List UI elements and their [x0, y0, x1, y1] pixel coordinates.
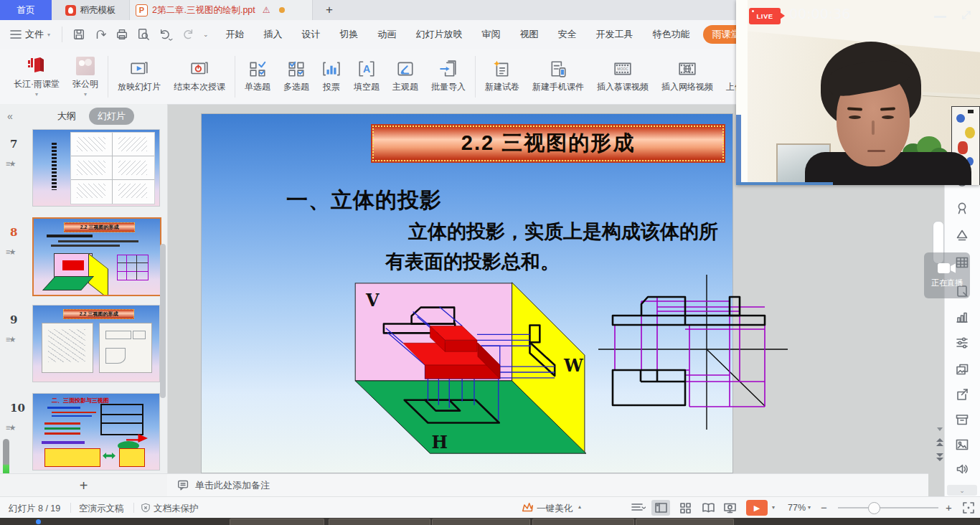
menu-animation[interactable]: 动画 — [378, 28, 397, 41]
user-button[interactable]: 张公明 ▾ — [66, 57, 105, 96]
slideshow-play-button[interactable]: ▶ — [746, 500, 768, 516]
protection-status[interactable]: 文档未保护 — [154, 503, 199, 515]
fill-blank-button[interactable]: A 填空题 — [347, 60, 386, 93]
tab-docer-templates[interactable]: 稻壳模板 — [52, 0, 129, 20]
slide-title-box[interactable]: 2.2 三视图的形成 — [372, 126, 724, 161]
slide-thumbnail-8[interactable]: 2.2 三视图的形成 — [32, 217, 161, 296]
thumb9-title: 2.2 三视图的形成 — [63, 309, 134, 319]
slide-body-line1[interactable]: 立体的投影，实质上是构成该体的所 — [408, 219, 718, 245]
fit-screen-icon[interactable] — [963, 502, 974, 514]
menu-devtools[interactable]: 开发工具 — [596, 28, 633, 41]
single-choice-button[interactable]: 单选题 — [238, 60, 277, 93]
beautify-icon[interactable] — [521, 501, 534, 514]
menu-view[interactable]: 视图 — [520, 28, 539, 41]
brand-caret-icon: ▾ — [35, 93, 38, 96]
scroll-down-arrow[interactable] — [936, 426, 944, 432]
settings-sliders-icon[interactable] — [955, 336, 969, 350]
play-icon: ▶ — [754, 503, 760, 513]
slides-tab[interactable]: 幻灯片 — [89, 108, 134, 125]
batch-import-button[interactable]: 批量导入 — [425, 60, 472, 93]
slide-thumbnail-10[interactable]: 二、三面投影与三视图 — [32, 393, 160, 470]
panel-collapse-chevron[interactable]: ⌄ — [947, 485, 977, 496]
chart-icon[interactable] — [955, 310, 969, 324]
slide-thumbnail-9[interactable]: 2.2 三视图的形成 — [32, 305, 160, 382]
menu-special-features[interactable]: 特色功能 — [653, 28, 690, 41]
zoom-slider-track[interactable] — [838, 507, 938, 509]
new-exam-button[interactable]: 新建试卷 — [479, 60, 526, 93]
menu-slideshow[interactable]: 幻灯片放映 — [416, 28, 463, 41]
file-menu-button[interactable]: 文件 ▾ — [0, 28, 57, 41]
speaker-icon[interactable] — [955, 462, 969, 476]
view-reading-button[interactable] — [699, 500, 717, 516]
menu-review[interactable]: 审阅 — [482, 28, 501, 41]
play-caret-icon[interactable]: ▾ — [772, 504, 775, 511]
membership-triangle-icon[interactable] — [955, 228, 969, 242]
new-mobile-courseware-button[interactable]: 新建手机课件 — [526, 60, 590, 93]
picture-icon[interactable] — [955, 438, 969, 452]
three-view-diagram[interactable] — [589, 266, 797, 445]
animation-star-icon: ≡★ — [6, 335, 14, 344]
zoom-slider-thumb[interactable] — [868, 502, 880, 514]
label-h-plane: H — [431, 432, 448, 453]
view-sorter-button[interactable] — [676, 500, 694, 516]
play-slideshow-icon — [130, 60, 149, 78]
share-export-icon[interactable] — [955, 387, 969, 402]
multi-choice-button[interactable]: 多选题 — [277, 60, 316, 93]
divider — [62, 27, 62, 42]
customize-toolbar-icon[interactable]: ⌄ — [203, 31, 209, 38]
slide-canvas[interactable]: 2.2 三视图的形成 一、立体的投影 立体的投影，实质上是构成该体的所 有表面的… — [201, 113, 733, 473]
vote-button[interactable]: 投票 — [316, 60, 347, 93]
zoom-level[interactable]: 77% — [788, 503, 806, 513]
menu-insert[interactable]: 插入 — [264, 28, 283, 41]
medal-icon[interactable] — [955, 201, 969, 215]
new-tab-button[interactable]: + — [313, 0, 346, 20]
brand-button[interactable]: 长江·雨课堂 ▾ — [7, 57, 66, 96]
slide-thumbnail-7[interactable] — [32, 129, 160, 207]
subjective-button[interactable]: 主观题 — [386, 60, 425, 93]
slide-body-line2[interactable]: 有表面的投影总和。 — [385, 249, 560, 275]
menu-security[interactable]: 安全 — [558, 28, 577, 41]
plus-icon: + — [326, 3, 333, 17]
view-presenter-button[interactable] — [720, 500, 739, 516]
undo-icon[interactable] — [159, 28, 173, 41]
redo-icon[interactable] — [182, 28, 194, 41]
view-normal-button[interactable] — [651, 500, 670, 516]
thumb8-w-plane — [88, 253, 108, 296]
tab-home[interactable]: 首页 — [0, 0, 52, 20]
menu-start[interactable]: 开始 — [226, 28, 245, 41]
image-stack-icon[interactable] — [955, 362, 969, 377]
divider — [70, 503, 71, 513]
insert-mooc-video-button[interactable]: MOOC 插入慕课视频 — [590, 60, 655, 93]
insert-web-video-button[interactable]: 插入网络视频 — [655, 60, 720, 93]
previous-slide-button[interactable] — [936, 438, 944, 448]
slide-heading-box[interactable]: 一、立体的投影 — [286, 186, 442, 215]
save-icon[interactable] — [72, 28, 85, 41]
collapse-panel-icon[interactable]: « — [7, 110, 13, 122]
print-preview-icon[interactable] — [137, 28, 150, 41]
archive-box-icon[interactable] — [955, 412, 969, 427]
expand-webcam-button[interactable] — [960, 9, 973, 22]
minimize-webcam-button[interactable] — [934, 16, 946, 18]
play-slideshow-button[interactable]: 放映幻灯片 — [111, 60, 167, 93]
sidebar-scrollbar-thumb[interactable] — [160, 244, 166, 398]
projection-planes-diagram[interactable]: V W H — [345, 272, 603, 471]
beautify-caret-icon[interactable]: ▴ — [578, 503, 581, 510]
notes-input[interactable]: 单击此处添加备注 — [195, 479, 270, 492]
warning-icon[interactable]: ⚠ — [263, 5, 270, 15]
notes-toggle-icon[interactable] — [631, 503, 646, 513]
beautify-label[interactable]: 一键美化 — [537, 503, 573, 515]
webcam-window[interactable]: LIVE 00:00:36 — [736, 0, 980, 185]
document-title: 2第二章.三视图的绘制.ppt — [152, 4, 255, 16]
zoom-out-button[interactable]: − — [821, 501, 827, 514]
menu-design[interactable]: 设计 — [302, 28, 321, 41]
next-slide-button[interactable] — [936, 452, 944, 462]
export-icon[interactable] — [94, 28, 107, 41]
new-slide-button[interactable]: + — [0, 473, 167, 497]
tab-document[interactable]: P 2第二章.三视图的绘制.ppt ⚠ — [129, 0, 313, 20]
outline-tab[interactable]: 大纲 — [57, 110, 76, 123]
menu-transition[interactable]: 切换 — [340, 28, 359, 41]
print-icon[interactable] — [116, 28, 128, 41]
zoom-in-button[interactable]: + — [946, 501, 952, 514]
zoom-caret-icon[interactable]: ▾ — [808, 504, 811, 511]
end-class-button[interactable]: 结束本次授课 — [167, 60, 232, 93]
